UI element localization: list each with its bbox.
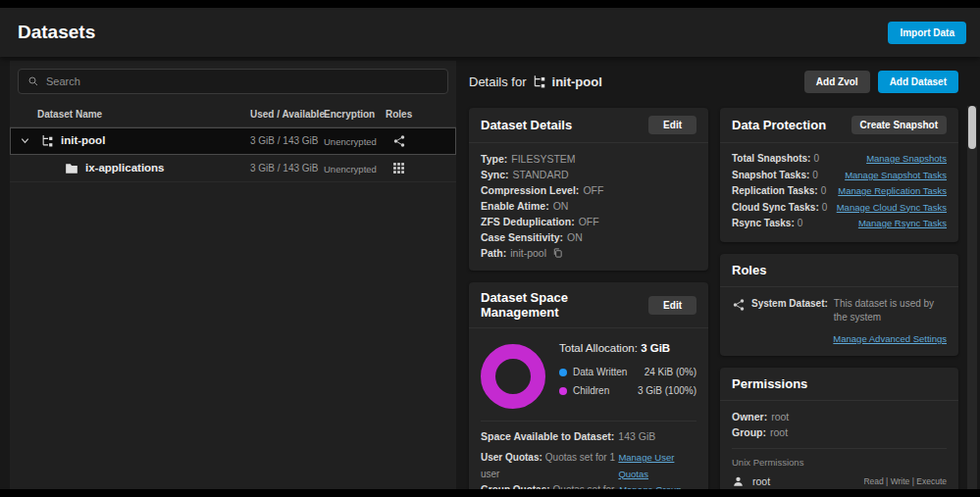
add-zvol-button[interactable]: Add Zvol: [804, 71, 870, 93]
encryption-status: Unencrypted: [324, 164, 377, 174]
system-dataset-icon: [392, 134, 406, 148]
protection-row: Rsync Tasks:0 Manage Rsync Tasks: [732, 216, 947, 232]
folder-icon: [65, 163, 78, 174]
field-label: Enable Atime:: [481, 200, 549, 212]
manage-snapshots-link[interactable]: Manage Snapshots: [866, 151, 947, 168]
field-label: Case Sensitivity:: [481, 231, 563, 243]
table-row-ix-applications[interactable]: ix-applications 3 GiB / 143 GiB Unencryp…: [10, 155, 456, 182]
detail-field: ZFS Deduplication:OFF: [481, 214, 696, 229]
allocation-donut-chart: [481, 344, 545, 409]
card-title: Dataset Details: [481, 118, 572, 132]
permissions-card: Permissions Owner:root Group:root Unix P…: [720, 368, 958, 490]
field-value: ON: [553, 200, 569, 212]
card-title: Roles: [732, 263, 766, 277]
owner-row: Owner:root: [732, 409, 947, 424]
total-allocation: Total Allocation: 3 GiB: [559, 342, 696, 354]
manage-advanced-settings-link[interactable]: Manage Advanced Settings: [833, 333, 947, 344]
chevron-down-icon[interactable]: [20, 135, 30, 146]
user-quotas-row: User Quotas:Quotas set for 1 user Manage…: [481, 450, 696, 482]
roles-card: Roles System Dataset: This dataset is us…: [720, 254, 958, 356]
dataset-name: ix-applications: [85, 162, 165, 174]
divider: [732, 448, 947, 449]
field-value: ON: [567, 231, 583, 243]
create-snapshot-button[interactable]: Create Snapshot: [851, 116, 947, 134]
protection-row: Cloud Sync Tasks:0 Manage Cloud Sync Tas…: [732, 200, 947, 217]
perm-row-user: root Read | Write | Execute: [732, 470, 947, 490]
table-header: Dataset Name Used / Available Encryption…: [10, 102, 456, 127]
manage-group-quotas-link[interactable]: Manage Group Quotas: [619, 482, 696, 489]
dataset-details-card: Dataset Details Edit Type:FILESYSTEM Syn…: [469, 108, 708, 271]
edit-dataset-details-button[interactable]: Edit: [648, 116, 696, 134]
details-title: Details for init-pool: [469, 75, 602, 89]
column-encryption: Encryption: [324, 109, 375, 120]
search-input[interactable]: [46, 75, 438, 87]
search-icon: [27, 75, 39, 87]
details-dataset-name: init-pool: [552, 75, 602, 89]
manage-cloud-sync-tasks-link[interactable]: Manage Cloud Sync Tasks: [837, 200, 947, 217]
user-icon: [732, 475, 745, 488]
add-dataset-button[interactable]: Add Dataset: [878, 71, 958, 93]
unix-permissions-title: Unix Permissions: [732, 457, 947, 468]
datasets-page: Datasets Import Data Dataset Name Used /…: [0, 8, 980, 489]
field-label: Type:: [481, 153, 507, 165]
details-header: Details for init-pool Add Zvol Add Datas…: [469, 67, 958, 96]
legend-children: Children 3 GiB (100%): [559, 381, 696, 400]
field-value: STANDARD: [513, 169, 569, 180]
right-card-column: Data Protection Create Snapshot Total Sn…: [720, 108, 958, 489]
datasets-tree-panel: Dataset Name Used / Available Encryption…: [10, 61, 456, 489]
legend-dot-magenta: [559, 387, 567, 395]
dataset-name: init-pool: [61, 134, 105, 146]
edit-space-management-button[interactable]: Edit: [648, 296, 696, 315]
group-row: Group:root: [732, 424, 947, 440]
dataset-icon: [41, 134, 54, 147]
manage-rsync-tasks-link[interactable]: Manage Rsync Tasks: [858, 216, 947, 232]
details-title-prefix: Details for: [469, 75, 527, 89]
field-value: OFF: [583, 184, 603, 196]
import-data-button[interactable]: Import Data: [888, 22, 966, 44]
field-value: init-pool: [510, 247, 546, 259]
protection-row: Snapshot Tasks:0 Manage Snapshot Tasks: [732, 168, 947, 184]
space-management-card: Dataset Space Management Edit Total Allo…: [469, 282, 708, 489]
detail-field: Compression Level:OFF: [481, 182, 696, 198]
column-dataset-name: Dataset Name: [37, 109, 102, 120]
detail-field: Case Sensitivity:ON: [481, 229, 696, 245]
protection-row: Replication Tasks:0 Manage Replication T…: [732, 183, 947, 200]
used-available: 3 GiB / 143 GiB: [250, 135, 318, 146]
legend-dot-blue: [559, 369, 567, 376]
field-label: Path:: [481, 247, 506, 259]
dataset-icon: [533, 75, 546, 88]
card-title: Permissions: [732, 376, 807, 391]
field-value: OFF: [579, 216, 599, 227]
field-label: Compression Level:: [481, 184, 579, 196]
manage-user-quotas-link[interactable]: Manage User Quotas: [618, 450, 696, 482]
left-card-column: Dataset Details Edit Type:FILESYSTEM Syn…: [469, 108, 708, 489]
table-row-init-pool[interactable]: init-pool 3 GiB / 143 GiB Unencrypted: [10, 127, 456, 155]
details-actions: Add Zvol Add Dataset: [804, 71, 958, 93]
app-window: Datasets Import Data Dataset Name Used /…: [0, 0, 980, 497]
search-box[interactable]: [18, 69, 448, 94]
card-title: Dataset Space Management: [481, 290, 648, 320]
system-dataset-row: System Dataset: This dataset is used by …: [732, 295, 947, 324]
encryption-status: Unencrypted: [324, 136, 377, 147]
detail-field: Enable Atime:ON: [481, 198, 696, 214]
field-value: FILESYSTEM: [511, 153, 575, 165]
manage-replication-tasks-link[interactable]: Manage Replication Tasks: [838, 183, 947, 200]
field-label: ZFS Deduplication:: [481, 216, 575, 227]
used-available: 3 GiB / 143 GiB: [250, 163, 318, 174]
system-dataset-icon: [732, 297, 746, 312]
column-used-available: Used / Available: [250, 109, 325, 120]
page-header: Datasets Import Data: [0, 8, 980, 57]
data-protection-card: Data Protection Create Snapshot Total Sn…: [720, 108, 958, 242]
protection-row: Total Snapshots:0 Manage Snapshots: [732, 151, 947, 168]
scrollbar-thumb[interactable]: [968, 106, 976, 149]
divider: [481, 421, 696, 422]
field-label: Sync:: [481, 169, 509, 180]
legend-data-written: Data Written 24 KiB (0%): [559, 363, 696, 381]
detail-field: Sync:STANDARD: [481, 167, 696, 182]
card-title: Data Protection: [732, 118, 826, 132]
space-available: Space Available to Dataset:143 GiB: [481, 428, 696, 444]
manage-snapshot-tasks-link[interactable]: Manage Snapshot Tasks: [845, 168, 947, 184]
scrollbar[interactable]: [967, 106, 977, 489]
page-title: Datasets: [18, 22, 95, 43]
copy-icon[interactable]: [552, 247, 563, 259]
